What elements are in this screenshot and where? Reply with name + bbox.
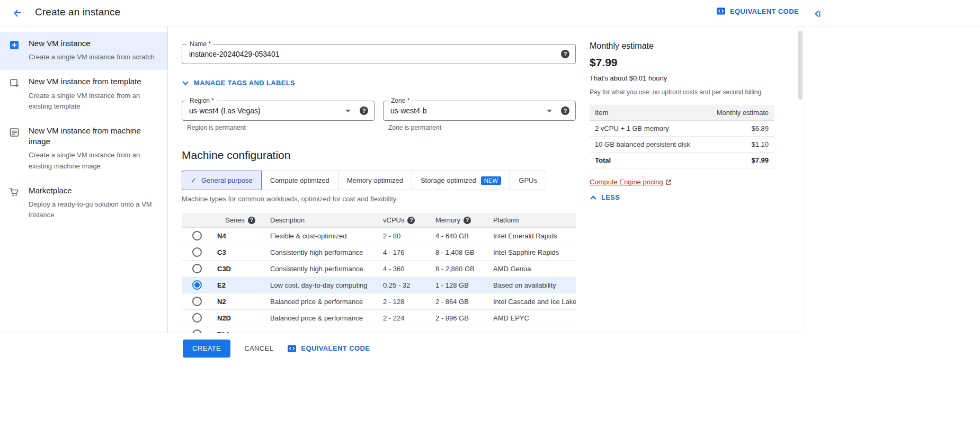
series-platform: Intel Cascade and Ice Lake (493, 298, 576, 306)
help-icon[interactable] (561, 50, 569, 58)
machine-family-tabs: General purpose Compute optimized Memory… (182, 171, 546, 190)
equivalent-code-button-footer[interactable]: EQUIVALENT CODE (287, 344, 370, 353)
less-toggle-button[interactable]: LESS (590, 193, 620, 201)
main-content: Name * MANAGE TAGS AND LABELS Region * u… (168, 26, 805, 333)
sidebar-item-title: New VM instance from template (29, 76, 155, 87)
tab-memory-optimized[interactable]: Memory optimized (338, 171, 412, 190)
column-header-label: Description (270, 216, 305, 224)
equivalent-code-label: EQUIVALENT CODE (730, 7, 799, 15)
column-header-series: Series (212, 216, 270, 224)
region-value: us-west4 (Las Vegas) (189, 101, 261, 120)
series-memory: 8 - 1,408 GB (435, 248, 493, 256)
estimate-item: 10 GB balanced persistent disk (595, 140, 690, 148)
column-header-memory: Memory (435, 216, 493, 224)
sidebar-item-new-vm-from-template[interactable]: New VM instance from template Create a s… (0, 70, 167, 119)
vm-plus-icon (8, 38, 20, 63)
radio-button[interactable] (192, 313, 202, 323)
radio-button-checked[interactable] (192, 280, 202, 290)
tab-gpus[interactable]: GPUs (510, 171, 546, 190)
table-row-t2a[interactable]: T2A (182, 326, 576, 333)
instance-name-input[interactable] (189, 44, 523, 64)
series-table-header: Series Description vCPUs Memory Platform (182, 213, 576, 228)
table-row-n2d[interactable]: N2D Balanced price & performance 2 - 224… (182, 310, 576, 326)
series-vcpus: 2 - 80 (383, 232, 435, 240)
column-header-vcpus: vCPUs (383, 216, 435, 224)
tab-label: General purpose (201, 176, 253, 184)
radio-button[interactable] (192, 297, 202, 306)
radio-button[interactable] (192, 231, 202, 240)
region-helper-text: Region is permanent (187, 124, 246, 131)
series-vcpus: 4 - 360 (383, 265, 435, 273)
sidebar-item-new-vm-from-machine-image[interactable]: New VM instance from machine image Creat… (0, 119, 167, 179)
scrollbar-thumb[interactable] (798, 31, 803, 100)
help-icon[interactable] (360, 106, 368, 115)
estimate-table-header: Item Monthly estimate (590, 105, 774, 121)
series-name: C3D (212, 265, 270, 273)
table-row-c3[interactable]: C3 Consistently high performance 4 - 176… (182, 244, 576, 261)
estimate-row-disk: 10 GB balanced persistent disk $1.10 (590, 137, 774, 153)
series-platform: AMD Genoa (493, 265, 576, 273)
footer-action-bar: CREATE CANCEL EQUIVALENT CODE (0, 333, 805, 363)
tab-compute-optimized[interactable]: Compute optimized (261, 171, 338, 190)
chevron-down-icon (182, 79, 189, 87)
help-icon[interactable] (407, 217, 415, 224)
series-description: Balanced price & performance (270, 298, 383, 306)
estimate-item: 2 vCPU + 1 GB memory (595, 124, 669, 132)
series-vcpus: 0.25 - 32 (383, 281, 435, 289)
series-platform: Intel Emerald Rapids (493, 232, 576, 240)
series-table: Series Description vCPUs Memory Platform (182, 213, 576, 333)
create-button[interactable]: CREATE (183, 340, 230, 358)
table-row-c3d[interactable]: C3D Consistently high performance 4 - 36… (182, 261, 576, 277)
radio-button[interactable] (192, 247, 202, 257)
dropdown-arrow-icon[interactable] (345, 110, 351, 112)
app-header: Create an instance EQUIVALENT CODE (0, 0, 980, 26)
help-icon[interactable] (248, 217, 255, 224)
estimate-billing-note: Pay for what you use: no upfront costs a… (590, 88, 780, 96)
series-platform: AMD EPYC (493, 314, 576, 322)
table-row-e2[interactable]: E2 Low cost, day-to-day computing 0.25 -… (182, 277, 576, 293)
column-header-description: Description (270, 216, 383, 224)
dropdown-arrow-icon[interactable] (547, 110, 552, 112)
sidebar-item-new-vm-instance[interactable]: New VM instance Create a single VM insta… (0, 32, 167, 70)
sidebar-item-title: New VM instance (29, 38, 155, 49)
collapse-panel-button[interactable] (810, 7, 824, 21)
sidebar-item-title: New VM instance from machine image (29, 126, 155, 147)
chevron-up-icon (590, 194, 597, 201)
help-icon[interactable] (464, 217, 471, 224)
estimate-hourly: That's about $0.01 hourly (590, 74, 667, 82)
series-platform: Based on availability (493, 281, 576, 289)
sidebar-item-marketplace[interactable]: Marketplace Deploy a ready-to-go solutio… (0, 179, 167, 228)
series-memory: 2 - 896 GB (435, 314, 493, 322)
instance-name-field[interactable]: Name * (182, 44, 576, 64)
table-row-n2[interactable]: N2 Balanced price & performance 2 - 128 … (182, 293, 576, 310)
help-icon[interactable] (561, 106, 569, 115)
radio-button[interactable] (192, 264, 202, 273)
sidebar-item-description: Create a single VM instance from an exis… (29, 150, 155, 171)
tab-storage-optimized[interactable]: Storage optimized NEW (412, 171, 510, 190)
series-memory: 2 - 864 GB (435, 298, 493, 306)
compute-engine-pricing-link[interactable]: Compute Engine pricing (590, 178, 672, 186)
series-name: C3 (212, 248, 270, 256)
code-icon (287, 344, 297, 353)
zone-select[interactable]: Zone * us-west4-b (383, 101, 576, 121)
collapse-panel-icon (813, 9, 822, 19)
machine-family-subtitle: Machine types for common workloads, opti… (182, 195, 396, 203)
series-vcpus: 4 - 176 (383, 248, 435, 256)
equivalent-code-button-header[interactable]: EQUIVALENT CODE (716, 6, 799, 16)
series-description: Flexible & cost-optimized (270, 232, 383, 240)
back-button[interactable] (8, 5, 25, 22)
sidebar-item-title: Marketplace (29, 185, 155, 196)
cancel-button[interactable]: CANCEL (244, 344, 273, 352)
series-platform: Intel Sapphire Rapids (493, 248, 576, 256)
series-description: Low cost, day-to-day computing (270, 281, 383, 289)
column-header-label: Platform (493, 216, 519, 224)
region-select[interactable]: Region * us-west4 (Las Vegas) (182, 101, 375, 121)
tab-general-purpose[interactable]: General purpose (182, 171, 262, 190)
template-icon (8, 76, 20, 112)
manage-tags-label: MANAGE TAGS AND LABELS (194, 79, 295, 87)
manage-tags-and-labels-button[interactable]: MANAGE TAGS AND LABELS (182, 79, 295, 87)
panel-divider (805, 26, 805, 363)
zone-helper-text: Zone is permanent (388, 124, 441, 131)
estimate-price: $7.99 (590, 56, 618, 69)
table-row-n4[interactable]: N4 Flexible & cost-optimized 2 - 80 4 - … (182, 228, 576, 244)
